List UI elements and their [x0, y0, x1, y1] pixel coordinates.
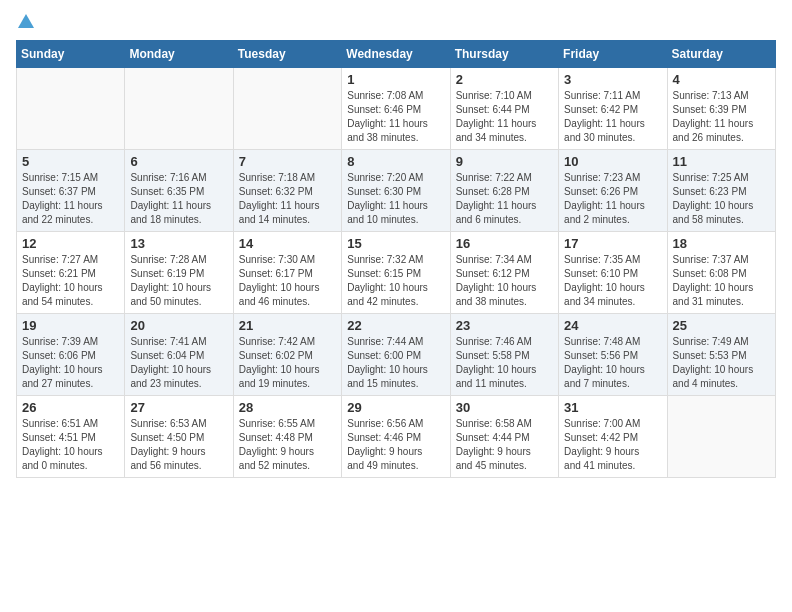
weekday-header-tuesday: Tuesday	[233, 41, 341, 68]
weekday-header-row: SundayMondayTuesdayWednesdayThursdayFrid…	[17, 41, 776, 68]
table-row: 10Sunrise: 7:23 AM Sunset: 6:26 PM Dayli…	[559, 150, 667, 232]
table-row: 21Sunrise: 7:42 AM Sunset: 6:02 PM Dayli…	[233, 314, 341, 396]
day-info: Sunrise: 7:44 AM Sunset: 6:00 PM Dayligh…	[347, 335, 445, 391]
day-number: 31	[564, 400, 662, 415]
table-row: 27Sunrise: 6:53 AM Sunset: 4:50 PM Dayli…	[125, 396, 233, 478]
day-info: Sunrise: 7:42 AM Sunset: 6:02 PM Dayligh…	[239, 335, 337, 391]
day-info: Sunrise: 7:22 AM Sunset: 6:28 PM Dayligh…	[456, 171, 554, 227]
day-number: 19	[22, 318, 120, 333]
day-info: Sunrise: 6:56 AM Sunset: 4:46 PM Dayligh…	[347, 417, 445, 473]
day-number: 18	[673, 236, 771, 251]
table-row: 11Sunrise: 7:25 AM Sunset: 6:23 PM Dayli…	[667, 150, 775, 232]
calendar: SundayMondayTuesdayWednesdayThursdayFrid…	[16, 40, 776, 478]
day-number: 23	[456, 318, 554, 333]
day-info: Sunrise: 7:25 AM Sunset: 6:23 PM Dayligh…	[673, 171, 771, 227]
day-number: 16	[456, 236, 554, 251]
day-info: Sunrise: 7:16 AM Sunset: 6:35 PM Dayligh…	[130, 171, 228, 227]
day-number: 4	[673, 72, 771, 87]
table-row: 23Sunrise: 7:46 AM Sunset: 5:58 PM Dayli…	[450, 314, 558, 396]
weekday-header-friday: Friday	[559, 41, 667, 68]
table-row: 4Sunrise: 7:13 AM Sunset: 6:39 PM Daylig…	[667, 68, 775, 150]
day-number: 25	[673, 318, 771, 333]
table-row: 22Sunrise: 7:44 AM Sunset: 6:00 PM Dayli…	[342, 314, 450, 396]
day-info: Sunrise: 7:28 AM Sunset: 6:19 PM Dayligh…	[130, 253, 228, 309]
table-row: 9Sunrise: 7:22 AM Sunset: 6:28 PM Daylig…	[450, 150, 558, 232]
table-row: 19Sunrise: 7:39 AM Sunset: 6:06 PM Dayli…	[17, 314, 125, 396]
weekday-header-thursday: Thursday	[450, 41, 558, 68]
table-row: 26Sunrise: 6:51 AM Sunset: 4:51 PM Dayli…	[17, 396, 125, 478]
day-info: Sunrise: 7:37 AM Sunset: 6:08 PM Dayligh…	[673, 253, 771, 309]
day-info: Sunrise: 7:32 AM Sunset: 6:15 PM Dayligh…	[347, 253, 445, 309]
table-row: 3Sunrise: 7:11 AM Sunset: 6:42 PM Daylig…	[559, 68, 667, 150]
table-row: 14Sunrise: 7:30 AM Sunset: 6:17 PM Dayli…	[233, 232, 341, 314]
day-number: 10	[564, 154, 662, 169]
day-number: 1	[347, 72, 445, 87]
logo	[16, 16, 34, 30]
day-info: Sunrise: 7:39 AM Sunset: 6:06 PM Dayligh…	[22, 335, 120, 391]
day-info: Sunrise: 6:53 AM Sunset: 4:50 PM Dayligh…	[130, 417, 228, 473]
day-number: 24	[564, 318, 662, 333]
table-row	[233, 68, 341, 150]
table-row: 20Sunrise: 7:41 AM Sunset: 6:04 PM Dayli…	[125, 314, 233, 396]
day-info: Sunrise: 6:51 AM Sunset: 4:51 PM Dayligh…	[22, 417, 120, 473]
table-row: 30Sunrise: 6:58 AM Sunset: 4:44 PM Dayli…	[450, 396, 558, 478]
table-row	[667, 396, 775, 478]
table-row: 5Sunrise: 7:15 AM Sunset: 6:37 PM Daylig…	[17, 150, 125, 232]
calendar-week-row: 12Sunrise: 7:27 AM Sunset: 6:21 PM Dayli…	[17, 232, 776, 314]
day-info: Sunrise: 7:27 AM Sunset: 6:21 PM Dayligh…	[22, 253, 120, 309]
table-row: 29Sunrise: 6:56 AM Sunset: 4:46 PM Dayli…	[342, 396, 450, 478]
day-number: 3	[564, 72, 662, 87]
day-number: 22	[347, 318, 445, 333]
day-number: 29	[347, 400, 445, 415]
calendar-week-row: 19Sunrise: 7:39 AM Sunset: 6:06 PM Dayli…	[17, 314, 776, 396]
day-number: 9	[456, 154, 554, 169]
day-info: Sunrise: 7:41 AM Sunset: 6:04 PM Dayligh…	[130, 335, 228, 391]
table-row: 31Sunrise: 7:00 AM Sunset: 4:42 PM Dayli…	[559, 396, 667, 478]
table-row: 7Sunrise: 7:18 AM Sunset: 6:32 PM Daylig…	[233, 150, 341, 232]
day-number: 5	[22, 154, 120, 169]
day-number: 12	[22, 236, 120, 251]
table-row: 17Sunrise: 7:35 AM Sunset: 6:10 PM Dayli…	[559, 232, 667, 314]
day-number: 2	[456, 72, 554, 87]
table-row: 6Sunrise: 7:16 AM Sunset: 6:35 PM Daylig…	[125, 150, 233, 232]
day-number: 8	[347, 154, 445, 169]
weekday-header-sunday: Sunday	[17, 41, 125, 68]
calendar-week-row: 1Sunrise: 7:08 AM Sunset: 6:46 PM Daylig…	[17, 68, 776, 150]
table-row: 1Sunrise: 7:08 AM Sunset: 6:46 PM Daylig…	[342, 68, 450, 150]
table-row: 18Sunrise: 7:37 AM Sunset: 6:08 PM Dayli…	[667, 232, 775, 314]
table-row	[17, 68, 125, 150]
day-info: Sunrise: 7:46 AM Sunset: 5:58 PM Dayligh…	[456, 335, 554, 391]
day-info: Sunrise: 7:48 AM Sunset: 5:56 PM Dayligh…	[564, 335, 662, 391]
day-info: Sunrise: 7:35 AM Sunset: 6:10 PM Dayligh…	[564, 253, 662, 309]
day-number: 14	[239, 236, 337, 251]
table-row: 15Sunrise: 7:32 AM Sunset: 6:15 PM Dayli…	[342, 232, 450, 314]
table-row: 8Sunrise: 7:20 AM Sunset: 6:30 PM Daylig…	[342, 150, 450, 232]
day-info: Sunrise: 7:11 AM Sunset: 6:42 PM Dayligh…	[564, 89, 662, 145]
day-info: Sunrise: 7:20 AM Sunset: 6:30 PM Dayligh…	[347, 171, 445, 227]
day-number: 30	[456, 400, 554, 415]
day-number: 15	[347, 236, 445, 251]
day-number: 6	[130, 154, 228, 169]
day-info: Sunrise: 7:13 AM Sunset: 6:39 PM Dayligh…	[673, 89, 771, 145]
day-number: 17	[564, 236, 662, 251]
table-row: 16Sunrise: 7:34 AM Sunset: 6:12 PM Dayli…	[450, 232, 558, 314]
weekday-header-saturday: Saturday	[667, 41, 775, 68]
day-info: Sunrise: 6:58 AM Sunset: 4:44 PM Dayligh…	[456, 417, 554, 473]
table-row: 12Sunrise: 7:27 AM Sunset: 6:21 PM Dayli…	[17, 232, 125, 314]
day-info: Sunrise: 7:18 AM Sunset: 6:32 PM Dayligh…	[239, 171, 337, 227]
header	[16, 16, 776, 30]
weekday-header-wednesday: Wednesday	[342, 41, 450, 68]
table-row	[125, 68, 233, 150]
table-row: 13Sunrise: 7:28 AM Sunset: 6:19 PM Dayli…	[125, 232, 233, 314]
day-info: Sunrise: 7:34 AM Sunset: 6:12 PM Dayligh…	[456, 253, 554, 309]
calendar-week-row: 26Sunrise: 6:51 AM Sunset: 4:51 PM Dayli…	[17, 396, 776, 478]
day-info: Sunrise: 7:49 AM Sunset: 5:53 PM Dayligh…	[673, 335, 771, 391]
day-number: 7	[239, 154, 337, 169]
day-info: Sunrise: 7:10 AM Sunset: 6:44 PM Dayligh…	[456, 89, 554, 145]
day-number: 13	[130, 236, 228, 251]
weekday-header-monday: Monday	[125, 41, 233, 68]
table-row: 25Sunrise: 7:49 AM Sunset: 5:53 PM Dayli…	[667, 314, 775, 396]
day-number: 26	[22, 400, 120, 415]
day-number: 20	[130, 318, 228, 333]
day-number: 27	[130, 400, 228, 415]
